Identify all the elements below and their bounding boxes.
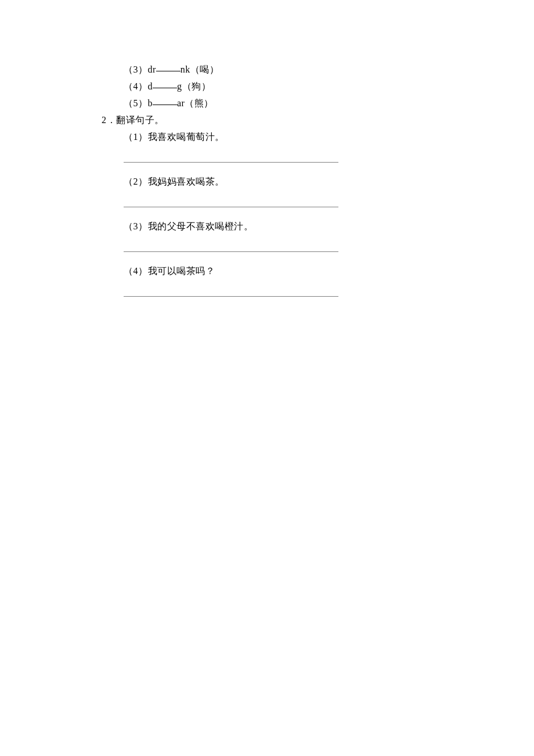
answer-blank[interactable] [124, 153, 338, 163]
question-text: 我可以喝茶吗？ [148, 266, 215, 276]
translate-question-3: （3）我的父母不喜欢喝橙汁。 [102, 218, 534, 235]
answer-line-2 [102, 198, 534, 210]
blank-input[interactable] [153, 96, 177, 105]
fill-blank-item-3: （3）drnk（喝） [102, 61, 534, 78]
word-hint: （狗） [182, 81, 211, 91]
answer-line-3 [102, 243, 534, 254]
fill-blank-item-5: （5）bar（熊） [102, 95, 534, 111]
question-number: （4） [124, 266, 148, 276]
answer-blank[interactable] [124, 287, 338, 297]
word-suffix: g [177, 81, 182, 91]
answer-line-1 [102, 153, 534, 165]
blank-input[interactable] [153, 79, 177, 88]
item-number: （5） [124, 98, 148, 108]
section-2-header: 2．翻译句子。 [102, 111, 534, 128]
translate-question-4: （4）我可以喝茶吗？ [102, 262, 534, 279]
word-hint: （喝） [190, 64, 219, 74]
item-number: （4） [124, 81, 148, 91]
question-number: （2） [124, 177, 148, 186]
word-suffix: nk [181, 64, 190, 74]
blank-input[interactable] [156, 62, 181, 71]
word-prefix: d [148, 81, 153, 91]
question-number: （3） [124, 221, 148, 231]
word-hint: （熊） [185, 98, 214, 108]
question-number: （1） [124, 132, 148, 142]
word-prefix: b [148, 98, 153, 108]
answer-line-4 [102, 287, 534, 299]
section-title: 翻译句子。 [116, 115, 164, 125]
answer-blank[interactable] [124, 243, 338, 252]
translate-question-1: （1）我喜欢喝葡萄汁。 [102, 128, 534, 145]
section-number: 2． [102, 115, 116, 125]
item-number: （3） [124, 64, 148, 74]
translate-question-2: （2）我妈妈喜欢喝茶。 [102, 173, 534, 190]
question-text: 我的父母不喜欢喝橙汁。 [148, 221, 254, 231]
word-suffix: ar [177, 98, 185, 108]
fill-blank-item-4: （4）dg（狗） [102, 78, 534, 95]
question-text: 我妈妈喜欢喝茶。 [148, 177, 225, 186]
question-text: 我喜欢喝葡萄汁。 [148, 132, 225, 142]
word-prefix: dr [148, 64, 156, 74]
answer-blank[interactable] [124, 198, 338, 207]
